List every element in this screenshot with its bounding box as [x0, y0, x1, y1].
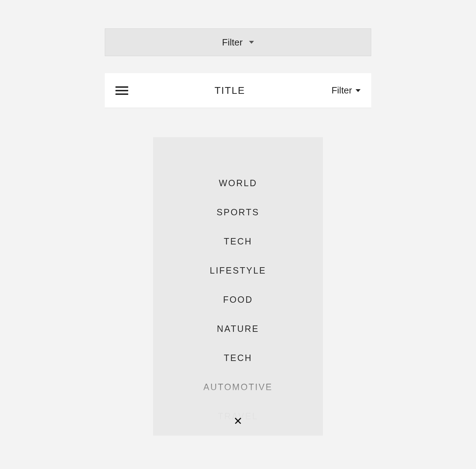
category-filter-panel: WORLD SPORTS TECH LIFESTYLE FOOD NATURE … [153, 137, 323, 436]
hamburger-menu-icon[interactable] [115, 86, 128, 95]
category-item[interactable]: TECH [224, 353, 252, 363]
chevron-down-icon [356, 89, 361, 92]
header-filter-dropdown[interactable]: Filter [331, 85, 361, 96]
category-list: WORLD SPORTS TECH LIFESTYLE FOOD NATURE … [153, 178, 323, 421]
category-item[interactable]: TECH [224, 236, 252, 247]
header-bar: TITLE Filter [105, 73, 371, 108]
filter-dropdown-bar[interactable]: Filter [105, 28, 371, 56]
category-item[interactable]: LIFESTYLE [210, 265, 266, 276]
close-icon[interactable] [234, 416, 242, 425]
category-item[interactable]: NATURE [217, 324, 259, 334]
chevron-down-icon [249, 41, 254, 44]
category-item[interactable]: SPORTS [217, 207, 259, 217]
header-filter-label: Filter [331, 85, 352, 96]
page-title: TITLE [215, 85, 245, 96]
category-item[interactable]: FOOD [223, 295, 253, 305]
category-item[interactable]: WORLD [219, 178, 257, 188]
filter-bar-label: Filter [222, 37, 243, 48]
category-item[interactable]: AUTOMOTIVE [204, 382, 273, 392]
